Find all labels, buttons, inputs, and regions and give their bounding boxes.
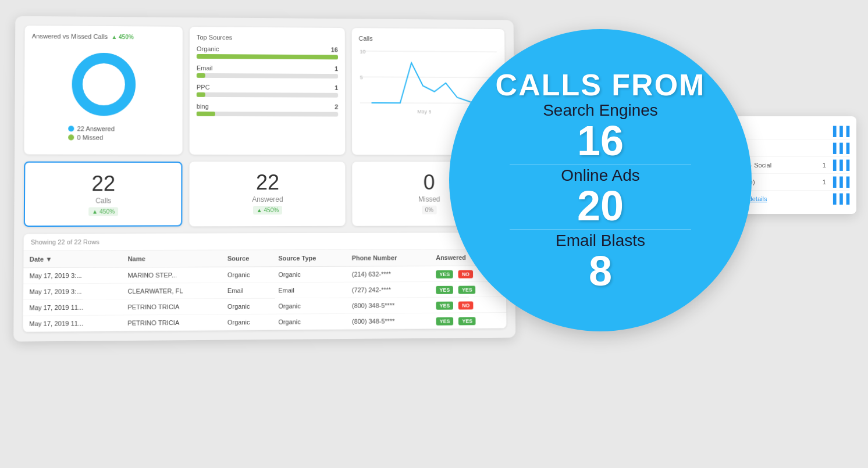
- bar-chart-icon-1[interactable]: ▐▐▐: [830, 126, 849, 137]
- source-bing-label: bing 2: [197, 103, 338, 110]
- right-panel-row-5: See details ▐▐▐: [735, 191, 849, 207]
- cell-source-type: Organic: [272, 313, 346, 330]
- cell-name: MARINO STEP...: [122, 267, 222, 283]
- calls-badge: ▲ 450%: [88, 207, 118, 216]
- circle-divider-1: [510, 164, 691, 165]
- bar-chart-icon-2[interactable]: ▐▐▐: [830, 143, 849, 153]
- col-date[interactable]: Date ▼: [23, 251, 122, 268]
- source-bing-bar-bg: [197, 112, 338, 117]
- source-email-label: Email 1: [197, 65, 338, 72]
- source-ppc: PPC 1: [197, 84, 338, 98]
- circle-email-blasts: Email Blasts: [556, 231, 645, 249]
- calls-number: 22: [34, 172, 172, 195]
- sources-title: Top Sources: [197, 34, 232, 41]
- bar-chart-icon-3[interactable]: ▐▐▐: [830, 160, 849, 170]
- donut-chart-widget: Answered vs Missed Calls ▲ 450% 22 Answe…: [24, 26, 182, 155]
- circle-number-3: 8: [589, 248, 612, 294]
- dashboard-panel: Answered vs Missed Calls ▲ 450% 22 Answe…: [13, 16, 515, 342]
- svg-text:May 6: May 6: [417, 109, 431, 115]
- svg-line-2: [360, 51, 497, 52]
- right-panel-row-2: 9 ▐▐▐: [735, 140, 849, 157]
- circle-number-1: 16: [577, 117, 624, 164]
- svg-point-1: [77, 58, 131, 111]
- source-email-bar: [197, 73, 205, 78]
- source-bing: bing 2: [197, 103, 338, 117]
- circle-line-1: CALLS FROM: [496, 69, 706, 102]
- missed-dot: [68, 134, 74, 140]
- table-row: May 17, 2019 11... PETRINO TRICIA Organi…: [23, 312, 507, 331]
- cell-date: May 17, 2019 11...: [23, 315, 122, 332]
- svg-text:5: 5: [360, 74, 363, 80]
- calls-table: Date ▼ Name Source Source Type Phone Num…: [23, 249, 507, 331]
- cell-date: May 17, 2019 3:...: [23, 283, 122, 299]
- cell-name: CLEARWATER, FL: [122, 283, 222, 299]
- calls-label: Calls: [34, 197, 172, 205]
- calls-stat-widget[interactable]: 22 Calls ▲ 450%: [24, 162, 183, 227]
- svg-text:10: 10: [360, 49, 366, 55]
- cell-source: Organic: [222, 266, 272, 283]
- bar-chart-icon-4[interactable]: ▐▐▐: [830, 177, 849, 187]
- cell-phone: (727) 242-****: [346, 281, 431, 298]
- answered-badge: ▲ 450%: [253, 206, 282, 215]
- right-panel-row-4: (None) 1 ▐▐▐: [735, 174, 849, 191]
- col-source[interactable]: Source: [222, 250, 272, 267]
- bottom-stats-row: 22 Calls ▲ 450% 22 Answered ▲ 450% 0 Mis…: [24, 162, 506, 227]
- cell-phone: (800) 348-5****: [346, 313, 431, 329]
- source-email-bar-bg: [197, 73, 338, 78]
- table-header: Date ▼ Name Source Source Type Phone Num…: [23, 249, 506, 267]
- cell-source-type: Organic: [272, 266, 346, 283]
- circle-number-2: 20: [577, 183, 624, 229]
- cell-source: Email: [222, 282, 273, 298]
- header-row: Date ▼ Name Source Source Type Phone Num…: [23, 249, 506, 267]
- donut-header: Answered vs Missed Calls ▲ 450%: [32, 33, 176, 41]
- cell-name: PETRINO TRICIA: [122, 314, 222, 331]
- bar-chart-icon-5[interactable]: ▐▐▐: [830, 194, 849, 204]
- no-badge: NO: [458, 301, 473, 309]
- donut-container: 22 Answered 0 Missed: [31, 44, 176, 148]
- source-ppc-bar-bg: [197, 92, 338, 98]
- cell-phone: (800) 348-5****: [346, 297, 431, 313]
- right-panel-row-1: 23 ▐▐▐: [735, 123, 849, 140]
- answered-label: Answered: [199, 195, 336, 203]
- cell-source-type: Email: [272, 282, 346, 298]
- source-ppc-label: PPC 1: [197, 84, 338, 91]
- source-ppc-bar: [197, 92, 205, 97]
- chart-title: Calls: [358, 35, 497, 42]
- sources-header: Top Sources: [197, 34, 338, 42]
- cell-phone: (214) 632-****: [346, 266, 431, 282]
- cell-source: Organic: [222, 314, 273, 330]
- no-badge: NO: [458, 270, 473, 278]
- legend-missed-text: 0 Missed: [77, 134, 103, 141]
- top-sources-widget: Top Sources Organic 16 Email 1: [190, 27, 346, 155]
- yes-badge: YES: [436, 317, 454, 325]
- cell-date: May 17, 2019 11...: [23, 299, 122, 316]
- legend-missed: 0 Missed: [68, 134, 139, 141]
- donut-legend: 22 Answered 0 Missed: [68, 125, 139, 141]
- answered-dot: [68, 126, 74, 131]
- donut-title: Answered vs Missed Calls: [32, 33, 108, 40]
- calls-from-circle: CALLS FROM Search Engines 16 Online Ads …: [449, 29, 752, 331]
- yes-badge: YES: [436, 301, 454, 309]
- donut-svg: [68, 49, 139, 120]
- source-bing-bar: [197, 112, 215, 116]
- cell-source: Organic: [222, 298, 273, 315]
- source-organic: Organic 16: [197, 45, 338, 59]
- legend-answered: 22 Answered: [68, 125, 139, 132]
- table-meta: Showing 22 of 22 Rows: [24, 233, 506, 251]
- cell-source-type: Organic: [272, 298, 346, 314]
- answered-stat-widget[interactable]: 22 Answered ▲ 450%: [189, 162, 345, 226]
- legend-answered-text: 22 Answered: [77, 125, 115, 132]
- source-organic-bar: [197, 54, 338, 59]
- table-body: May 17, 2019 3:... MARINO STEP... Organi…: [23, 266, 507, 332]
- missed-badge: 0%: [422, 205, 437, 214]
- calls-table-section: Showing 22 of 22 Rows Date ▼ Name Source…: [23, 233, 507, 332]
- right-value-4: 1: [823, 178, 826, 185]
- circle-title: CALLS FROM: [496, 68, 706, 102]
- yes-badge: YES: [436, 285, 453, 294]
- col-source-type[interactable]: Source Type: [272, 249, 346, 266]
- source-organic-bar-bg: [197, 54, 338, 59]
- circle-line-5: 20: [577, 185, 624, 227]
- col-phone[interactable]: Phone Number: [346, 249, 431, 266]
- yes-badge2: YES: [458, 317, 476, 325]
- col-name[interactable]: Name: [122, 250, 222, 267]
